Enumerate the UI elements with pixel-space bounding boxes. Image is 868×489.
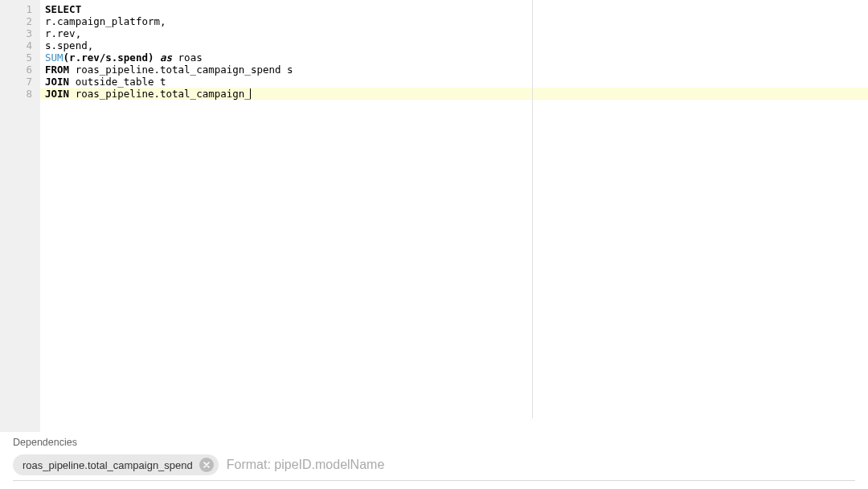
code-line[interactable]: JOIN outside_table t [40,76,868,88]
text-cursor [250,88,252,99]
code-line[interactable]: r.rev, [40,27,868,39]
line-number: 5 [0,51,32,64]
line-number: 2 [0,15,32,27]
dependency-chip[interactable]: roas_pipeline.total_campaign_spend [13,454,219,475]
code-line[interactable]: JOIN roas_pipeline.total_campaign_ [40,88,868,100]
dependencies-section: Dependencies roas_pipeline.total_campaig… [0,432,868,489]
line-number: 6 [0,64,32,76]
line-number: 1 [0,3,32,15]
dependency-input[interactable] [227,458,855,472]
line-number: 4 [0,39,32,51]
editor-split-line [532,0,533,418]
dependencies-row: roas_pipeline.total_campaign_spend [13,454,855,481]
line-number: 8 [0,88,32,100]
dependencies-label: Dependencies [13,437,855,448]
line-number: 3 [0,27,32,39]
code-line[interactable]: SELECT [40,3,868,15]
code-line[interactable]: s.spend, [40,39,868,51]
line-number: 7 [0,76,32,88]
code-area[interactable]: SELECTr.campaign_platform,r.rev,s.spend,… [40,0,868,432]
remove-icon[interactable] [199,458,214,472]
dependency-chip-label: roas_pipeline.total_campaign_spend [23,459,193,471]
code-line[interactable]: SUM(r.rev/s.spend) as roas [40,51,868,64]
code-line[interactable]: FROM roas_pipeline.total_campaign_spend … [40,64,868,76]
code-line[interactable]: r.campaign_platform, [40,15,868,27]
code-editor[interactable]: 12345678 SELECTr.campaign_platform,r.rev… [0,0,868,432]
line-gutter: 12345678 [0,0,40,432]
